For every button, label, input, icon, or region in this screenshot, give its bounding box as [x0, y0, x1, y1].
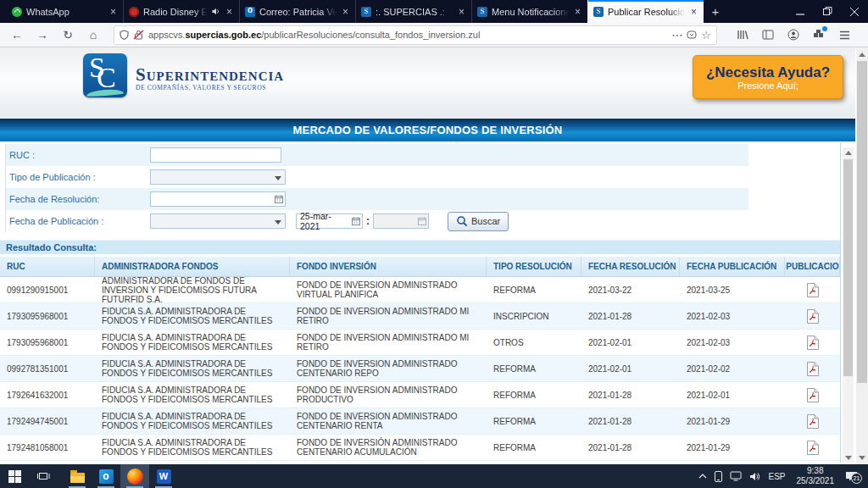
bookmark-star-icon[interactable]: ☆ — [701, 29, 711, 42]
table-row[interactable]: 1793095968001 FIDUCIA S.A. ADMINISTRADOR… — [0, 330, 840, 356]
table-row[interactable]: 1792481058001 FIDUCIA S.A. ADMINISTRADOR… — [0, 435, 840, 461]
buscar-label: Buscar — [471, 216, 500, 226]
inner-scrollbar[interactable] — [843, 147, 854, 463]
column-header-ruc[interactable]: RUC — [0, 257, 95, 276]
fecha-publicacion-select[interactable] — [150, 214, 286, 229]
fecha-resolucion-input[interactable] — [150, 191, 286, 207]
reload-button[interactable]: ↻ — [58, 25, 78, 44]
pdf-icon[interactable] — [806, 388, 819, 402]
file-explorer-button[interactable] — [63, 464, 92, 488]
tracking-shield-icon[interactable] — [120, 30, 129, 40]
browser-tab[interactable]: WhatsApp × — [7, 0, 123, 23]
pdf-icon[interactable] — [806, 441, 819, 455]
tab-audio-icon[interactable] — [212, 8, 220, 15]
home-button[interactable]: ⌂ — [83, 25, 103, 44]
browser-tab[interactable]: Correo: Patricia Velez Yer × — [239, 0, 355, 23]
word-button[interactable]: W — [149, 464, 178, 488]
inner-scrollbar-thumb[interactable] — [843, 159, 853, 376]
file-explorer-icon — [70, 473, 85, 483]
tab-close-icon[interactable]: × — [689, 6, 698, 18]
tab-close-icon[interactable]: × — [108, 6, 118, 18]
cell-fecha-resolucion: 2021-01-28 — [581, 435, 680, 460]
tipo-publicacion-label: Tipo de Publicación : — [9, 172, 150, 182]
pdf-icon[interactable] — [806, 309, 819, 324]
tab-close-icon[interactable]: × — [225, 6, 234, 18]
cell-tipo-resolucion: REFORMA — [487, 382, 581, 408]
address-bar[interactable]: appscvs.supercias.gob.ec/publicarResoluc… — [114, 25, 717, 45]
fecha-hasta-input[interactable] — [373, 214, 429, 229]
scroll-down-icon[interactable] — [843, 452, 854, 463]
scroll-up-icon[interactable] — [856, 49, 868, 59]
tab-close-icon[interactable]: × — [573, 6, 582, 18]
tab-close-icon[interactable]: × — [341, 6, 350, 18]
minimize-button[interactable] — [787, 0, 814, 23]
forward-button[interactable]: → — [32, 25, 53, 44]
volume-icon[interactable] — [749, 472, 760, 481]
hidden-icons-chevron-icon[interactable] — [698, 474, 707, 479]
close-button[interactable] — [841, 0, 868, 23]
account-icon[interactable] — [785, 26, 802, 43]
language-indicator[interactable]: ESP — [768, 472, 785, 481]
column-header-fecha-resolucion[interactable]: FECHA RESOLUCIÓN — [581, 257, 680, 276]
calendar-icon[interactable] — [352, 217, 360, 225]
fecha-publicacion-label: Fecha de Publicación : — [9, 216, 150, 226]
menu-hamburger-icon[interactable] — [836, 26, 853, 43]
panel-edge — [840, 142, 841, 463]
pdf-icon[interactable] — [806, 362, 819, 376]
tipo-publicacion-select[interactable] — [150, 169, 286, 185]
clock[interactable]: 9:38 25/3/2021 — [793, 466, 838, 486]
buscar-button[interactable]: Buscar — [448, 212, 509, 231]
table-row[interactable]: 1792641632001 FIDUCIA S.A. ADMINISTRADOR… — [0, 382, 840, 408]
pocket-icon[interactable] — [687, 30, 697, 40]
pdf-icon[interactable] — [806, 336, 819, 350]
back-button[interactable]: ← — [7, 25, 27, 44]
calendar-icon[interactable] — [275, 195, 283, 203]
insecure-lock-icon[interactable] — [133, 30, 144, 40]
extension-icon[interactable] — [810, 26, 827, 43]
column-header-fecha-publicacion[interactable]: FECHA PUBLICACIÓN — [680, 257, 785, 276]
column-header-tipo-resolucion[interactable]: TIPO RESOLUCIÓN — [487, 257, 581, 276]
table-row[interactable]: 1792494745001 FIDUCIA S.A. ADMINISTRADOR… — [0, 408, 840, 435]
pdf-icon[interactable] — [806, 414, 819, 429]
search-icon — [456, 215, 468, 227]
browser-tab[interactable]: :. SUPERCIAS .: × — [355, 0, 471, 23]
action-center-button[interactable]: 21 — [845, 471, 858, 481]
pdf-icon[interactable] — [806, 283, 819, 297]
firefox-button[interactable] — [120, 464, 149, 488]
your-phone-icon[interactable] — [715, 471, 722, 482]
ruc-input[interactable] — [150, 147, 281, 163]
page-actions-icon[interactable]: ⋯ — [671, 29, 682, 42]
fecha-desde-input[interactable]: 25-mar-2021 — [296, 214, 363, 229]
windows-logo-icon — [8, 470, 21, 483]
network-icon[interactable] — [730, 471, 742, 481]
browser-tab[interactable]: Menu Notificaciones Mercad × — [471, 0, 587, 23]
outlook-button[interactable]: o — [92, 464, 120, 488]
table-row[interactable]: 1793095968001 FIDUCIA S.A. ADMINISTRADOR… — [0, 303, 840, 330]
cell-administradora: FIDUCIA S.A. ADMINISTRADORA DE FONDOS Y … — [95, 356, 290, 381]
library-icon[interactable] — [734, 26, 751, 43]
sidebar-icon[interactable] — [760, 26, 776, 43]
main-area: SC Superintendencia DE COMPAÑÍAS, VALORE… — [0, 47, 855, 464]
help-button[interactable]: ¿Necesita Ayuda? Presione Aquí; — [693, 55, 843, 99]
new-tab-button[interactable]: + — [704, 0, 727, 23]
browser-tab[interactable]: Radio Disney Ecuador × — [123, 0, 239, 23]
tab-favicon-icon — [12, 7, 22, 17]
table-row[interactable]: 0992781351001 FIDUCIA S.A. ADMINISTRADOR… — [0, 356, 840, 382]
column-header-publicacion[interactable]: PUBLICACION — [785, 257, 840, 276]
tab-close-icon[interactable]: × — [457, 6, 466, 18]
table-row[interactable]: 0991290915001 ADMINISTRADORA DE FONDOS D… — [0, 277, 840, 303]
task-view-button[interactable] — [29, 464, 58, 488]
column-header-fondo[interactable]: FONDO INVERSIÓN — [290, 257, 487, 276]
close-icon — [850, 8, 859, 16]
form-row-fecha-publicacion: Fecha de Publicación : 25-mar-2021 : Bus… — [6, 210, 748, 232]
column-header-administradora[interactable]: ADMINISTRADORA FONDOS — [95, 257, 290, 276]
start-button[interactable] — [0, 464, 29, 488]
page-title-bar: MERCADO DE VALORES/FONDOS DE INVERSIÓN — [0, 119, 855, 141]
restore-button[interactable] — [814, 0, 841, 23]
cell-fecha-resolucion: 2021-01-28 — [581, 408, 680, 434]
browser-tab[interactable]: Publicar Resoluciones y E × — [587, 0, 704, 23]
outer-scrollbar-thumb[interactable] — [857, 61, 867, 383]
scroll-up-icon[interactable] — [843, 147, 854, 158]
outer-scrollbar[interactable] — [856, 47, 868, 464]
scroll-down-icon[interactable] — [856, 452, 868, 463]
